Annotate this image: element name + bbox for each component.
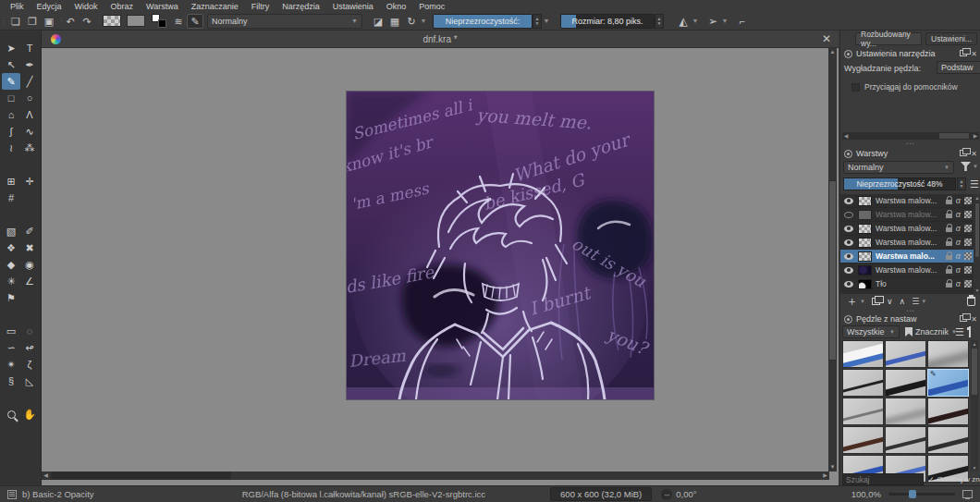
lock-icon[interactable] — [946, 227, 952, 232]
lock-icon[interactable] — [946, 241, 952, 246]
tool-options-docker-header[interactable]: Ustawienia narzędzia ✕ — [840, 47, 980, 60]
elliptical-select-tool-icon[interactable]: ◌ — [20, 323, 39, 339]
menu-okno[interactable]: Okno — [380, 2, 413, 11]
brush-preset-thumbnail-selected[interactable] — [927, 369, 969, 397]
trim-icon[interactable]: ⌐ — [734, 13, 751, 30]
lock-icon[interactable] — [946, 200, 952, 204]
close-docker-icon[interactable]: ✕ — [971, 150, 977, 158]
outline-select-tool-icon[interactable]: ∽ — [2, 339, 20, 356]
preset-menu-icon[interactable]: ☰ — [955, 326, 964, 338]
scroll-down-icon[interactable]: ▼ — [828, 463, 837, 471]
edit-shapes-tool-icon[interactable]: ↖ — [2, 56, 20, 73]
docker-splitter[interactable]: ••• — [840, 141, 980, 146]
reference-images-tool-icon[interactable]: ⚑ — [2, 289, 20, 306]
vscroll-thumb[interactable] — [974, 202, 980, 258]
pattern-edit-tool-icon[interactable]: ❖ — [2, 239, 20, 256]
fill-tool-icon[interactable]: ◆ — [2, 256, 20, 273]
tab-settings[interactable]: Ustawieni... — [925, 32, 977, 45]
chevron-down-icon[interactable]: ▼ — [542, 13, 551, 30]
zoom-percentage[interactable]: 100,0% — [851, 489, 881, 499]
multibrush-tool-icon[interactable]: ⁂ — [20, 140, 39, 156]
polyline-tool-icon[interactable]: Λ — [20, 106, 39, 123]
float-docker-icon[interactable] — [960, 50, 967, 56]
canvas-horizontal-scrollbar[interactable]: ◀ ▶ — [42, 471, 829, 480]
measure-tool-icon[interactable]: ∠ — [20, 273, 39, 289]
visibility-eye-icon[interactable] — [844, 281, 853, 288]
alpha-channel-icon[interactable] — [964, 225, 972, 232]
preset-search-input[interactable] — [842, 473, 924, 485]
rectangular-select-tool-icon[interactable]: ▭ — [2, 323, 20, 339]
brush-preset-thumbnail[interactable] — [885, 369, 926, 397]
scroll-down-icon[interactable]: ▼ — [971, 464, 978, 471]
brush-preset-thumbnail[interactable] — [927, 398, 969, 425]
brush-preset-thumbnail[interactable] — [842, 369, 884, 397]
preset-grid-scrollbar[interactable]: ▲ ▼ — [971, 340, 978, 471]
lock-icon[interactable] — [946, 283, 952, 288]
opacity-slider[interactable]: Nieprzezroczystość: 100% — [433, 14, 533, 29]
toolbar-grip[interactable]: ⋮⋮ — [0, 17, 7, 25]
brush-preset-thumbnail[interactable] — [885, 398, 926, 425]
preset-display-mode-icon[interactable] — [969, 326, 971, 337]
document-size-info[interactable]: 600 x 600 (32,0 MiB) — [550, 487, 652, 501]
alpha-channel-icon[interactable] — [964, 211, 972, 218]
alpha-channel-icon[interactable] — [964, 197, 972, 204]
lock-icon[interactable] — [946, 255, 952, 260]
visibility-eye-icon[interactable] — [844, 267, 853, 274]
brush-preset-thumbnail[interactable] — [842, 398, 884, 425]
menu-narzedzia[interactable]: Narzędzia — [276, 2, 326, 11]
hscroll-thumb[interactable] — [938, 132, 970, 140]
menu-zaznaczanie[interactable]: Zaznaczanie — [185, 2, 245, 11]
menu-edycja[interactable]: Edycja — [31, 2, 68, 11]
close-docker-icon[interactable]: ✕ — [971, 50, 977, 58]
canvas-angle-value[interactable]: 0,00° — [676, 489, 696, 499]
filter-by-tag-checkbox[interactable]: ✓ Odfiltruj w znaczniku — [927, 473, 980, 485]
brush-preset-thumbnail[interactable] — [842, 426, 884, 454]
pan-tool-icon[interactable]: ✋ — [20, 406, 39, 422]
layer-row[interactable]: Warstwa malow... α — [840, 263, 980, 277]
alpha-icon[interactable]: α — [956, 196, 961, 205]
colorize-mask-tool-icon[interactable]: ✖ — [20, 239, 39, 256]
scroll-up-icon[interactable]: ▲ — [974, 194, 980, 202]
freehand-path-tool-icon[interactable]: ∿ — [20, 123, 39, 140]
float-docker-icon[interactable] — [960, 315, 967, 322]
alpha-icon[interactable]: α — [956, 265, 961, 275]
move-tool-icon[interactable]: ✛ — [20, 173, 39, 190]
float-docker-icon[interactable] — [960, 150, 967, 156]
redo-icon[interactable]: ↷ — [79, 13, 95, 30]
scroll-down-icon[interactable]: ▼ — [974, 287, 980, 294]
menu-plik[interactable]: Plik — [4, 2, 31, 11]
move-layer-down-button[interactable]: ∨ — [887, 297, 893, 306]
open-document-icon[interactable]: ❐ — [24, 13, 41, 30]
layers-docker-header[interactable]: Warstwy ✕ — [840, 147, 980, 160]
alpha-icon[interactable]: α — [956, 279, 961, 288]
magnetic-select-tool-icon[interactable]: § — [2, 373, 20, 389]
scroll-left-icon[interactable]: ◀ — [42, 471, 50, 480]
text-tool-icon[interactable]: T — [20, 40, 39, 56]
alpha-icon[interactable]: α — [956, 210, 961, 219]
brush-preset-thumbnail[interactable] — [885, 340, 926, 368]
gradient-tool-icon[interactable]: ▧ — [2, 223, 20, 239]
brush-editor-icon[interactable]: ≋ — [170, 13, 187, 30]
layer-opacity-spinner[interactable]: ▲▼ — [957, 178, 966, 190]
brush-preset-thumbnail[interactable] — [885, 426, 926, 454]
alpha-icon[interactable]: α — [956, 251, 961, 261]
add-layer-button[interactable]: ＋ — [846, 293, 858, 310]
mirror-horizontal-icon[interactable]: ◭ — [675, 13, 692, 30]
brush-preset-icon[interactable]: ✎ — [187, 14, 203, 29]
visibility-eye-icon[interactable] — [844, 226, 853, 232]
brush-size-slider[interactable]: Rozmiar: 8,80 piks. — [560, 14, 655, 29]
brush-size-spinner[interactable]: ▲▼ — [655, 14, 664, 29]
tab-advanced-color-selector[interactable]: Rozbudowany wy... — [855, 32, 922, 45]
bezier-curve-tool-icon[interactable]: ʃ — [2, 123, 20, 140]
calligraphy-tool-icon[interactable]: ✒ — [20, 56, 39, 73]
freehand-brush-tool-icon[interactable]: ✎ — [2, 73, 20, 90]
ellipse-tool-icon[interactable]: ○ — [20, 90, 39, 106]
polygon-tool-icon[interactable]: ⌂ — [2, 106, 20, 123]
alpha-channel-icon[interactable] — [964, 280, 972, 288]
layer-opacity-slider[interactable]: Nieprzezroczystość 48% — [843, 178, 956, 190]
crop-tool-icon[interactable]: # — [2, 190, 20, 206]
menu-pomoc[interactable]: Pomoc — [412, 2, 451, 11]
brush-preset-thumbnail[interactable] — [927, 340, 969, 368]
polygonal-select-tool-icon[interactable]: ◺ — [20, 373, 39, 389]
tag-selector[interactable]: Znacznik ▼ — [905, 327, 957, 337]
